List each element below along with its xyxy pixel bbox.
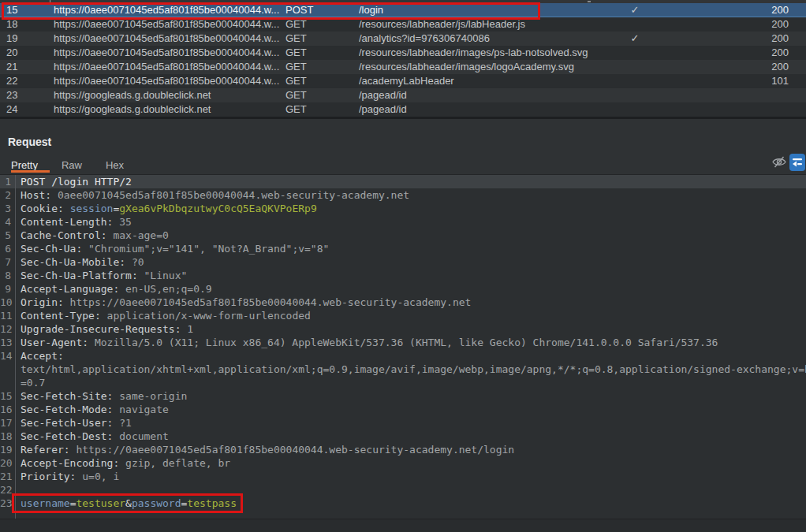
cell-method: GET [285, 88, 355, 102]
cell-method: GET [285, 17, 355, 32]
token [64, 203, 70, 214]
request-line: 8Sec-Ch-Ua-Platform: "Linux" [0, 269, 806, 282]
checkmark-remnant [588, 1, 591, 2]
token: navigate [113, 404, 168, 415]
cell-id: 20 [6, 46, 47, 60]
line-content: username=testuser&password=testpass [21, 497, 237, 509]
tab-hex[interactable]: Hex [106, 158, 124, 173]
request-line: 13User-Agent: Mozilla/5.0 (X11; Linux x8… [0, 336, 806, 349]
line-content: POST /login HTTP/2 [21, 176, 132, 188]
request-line: 10Origin: https://0aee0071045ed5af801f85… [0, 296, 806, 309]
token: https://0aee0071045ed5af801f85be00040044… [64, 296, 472, 308]
request-editor[interactable]: 1POST /login HTTP/22Host: 0aee0071045ed5… [0, 175, 806, 519]
cell-path: /resources/labheader/js/labHeader.js [359, 17, 619, 32]
token: document [113, 430, 168, 442]
line-number: 6 [0, 242, 11, 255]
token: "Linux" [138, 270, 188, 281]
token: same-origin [113, 390, 187, 402]
line-content: Upgrade-Insecure-Requests: 1 [21, 323, 193, 335]
token: 1 [181, 323, 194, 335]
line-content: text/html,application/xhtml+xml,applicat… [21, 363, 806, 375]
token: 35 [113, 216, 131, 228]
token: Sec-Fetch-Mode: [21, 404, 113, 415]
request-line: 14Accept: [0, 349, 806, 363]
cell-params_check: ✓ [623, 3, 647, 17]
token: Upgrade-Insecure-Requests: [21, 323, 181, 335]
history-row[interactable]: 22https://0aee0071045ed5af801f85be000400… [0, 74, 806, 88]
history-row[interactable]: 23https://googleads.g.doubleclick.netGET… [0, 88, 806, 102]
line-content: Cache-Control: max-age=0 [21, 229, 169, 241]
token: "Chromium";v="141", "Not?A_Brand";v="8" [82, 243, 329, 255]
cell-status: 200 [726, 3, 789, 17]
token: Sec-Ch-Ua-Mobile: [21, 256, 125, 268]
line-content: Sec-Fetch-Site: same-origin [21, 390, 187, 402]
request-line: text/html,application/xhtml+xml,applicat… [0, 363, 806, 376]
line-content: Sec-Ch-Ua-Mobile: ?0 [21, 256, 144, 268]
line-content: Content-Type: application/x-www-form-url… [21, 310, 311, 322]
token: =0.7 [21, 377, 45, 389]
history-row[interactable]: 20https://0aee0071045ed5af801f85be000400… [0, 46, 806, 60]
line-number: 3 [0, 202, 11, 215]
history-row[interactable]: 15https://0aee0071045ed5af801f85be000400… [0, 3, 806, 17]
request-line: 16Sec-Fetch-Mode: navigate [0, 403, 806, 416]
cell-method: GET [285, 32, 355, 46]
line-number: 14 [0, 349, 11, 363]
token: testuser [76, 497, 125, 509]
token: Accept: [21, 350, 64, 362]
editor-bottom-strip [0, 519, 806, 532]
history-row[interactable]: 21https://0aee0071045ed5af801f85be000400… [0, 60, 806, 74]
history-row[interactable]: 18https://0aee0071045ed5af801f85be000400… [0, 17, 806, 32]
cell-params_check: ✓ [623, 32, 647, 46]
token: en-US,en;q=0.9 [119, 283, 211, 295]
history-row[interactable]: 24https://googleads.g.doubleclick.netGET… [0, 102, 806, 117]
token: Content-Length: [21, 216, 113, 228]
line-number: 23 [0, 497, 11, 510]
token: ?0 [125, 256, 144, 268]
token: Host: [21, 189, 51, 201]
request-line: 18Sec-Fetch-Dest: document [0, 430, 806, 443]
request-line: 9Accept-Language: en-US,en;q=0.9 [0, 282, 806, 296]
token: password [132, 497, 181, 509]
line-number: 4 [0, 215, 11, 229]
cell-path: /academyLabHeader [359, 74, 619, 88]
line-number: 12 [0, 322, 11, 336]
http-history-table[interactable]: 15https://0aee0071045ed5af801f85be000400… [0, 0, 806, 117]
line-content: Accept-Language: en-US,en;q=0.9 [21, 283, 212, 295]
history-row[interactable]: 19https://0aee0071045ed5af801f85be000400… [0, 32, 806, 46]
request-line: 7Sec-Ch-Ua-Mobile: ?0 [0, 255, 806, 269]
line-content: Sec-Fetch-User: ?1 [21, 417, 132, 429]
line-number: 8 [0, 269, 11, 282]
cell-id: 19 [6, 32, 47, 46]
line-number: 20 [0, 456, 11, 470]
line-content: Referer: https://0aee0071045ed5af801f85b… [21, 444, 514, 456]
request-line: 17Sec-Fetch-User: ?1 [0, 416, 806, 430]
cell-path: /resources/labheader/images/logoAcademy.… [359, 60, 619, 74]
line-number: 2 [0, 188, 11, 202]
line-content: =0.7 [21, 377, 45, 389]
line-number: 11 [0, 309, 11, 322]
cell-id: 24 [6, 102, 47, 117]
token: gXea6vPkDbqzutwyC0cQ5EaQKVPoERp9 [119, 203, 316, 214]
line-number: 10 [0, 296, 11, 309]
line-content: Priority: u=0, i [21, 471, 119, 482]
cell-host: https://googleads.g.doubleclick.net [54, 88, 281, 102]
token: Sec-Ch-Ua-Platform: [21, 270, 138, 281]
request-line: 6Sec-Ch-Ua: "Chromium";v="141", "Not?A_B… [0, 242, 806, 255]
eye-slash-icon[interactable] [772, 155, 786, 169]
request-line: 5Cache-Control: max-age=0 [0, 229, 806, 242]
tab-raw[interactable]: Raw [62, 158, 82, 173]
inspector-toggle-icon[interactable] [789, 154, 805, 171]
request-line: 21Priority: u=0, i [0, 470, 806, 483]
token: Sec-Fetch-Dest: [21, 430, 113, 442]
token: Priority: [21, 471, 76, 482]
token: User-Agent: [21, 337, 88, 348]
line-number: 19 [0, 443, 11, 456]
cell-id: 18 [6, 17, 47, 32]
line-number: 17 [0, 416, 11, 430]
token: https://0aee0071045ed5af801f85be00040044… [70, 444, 515, 456]
line-content: Origin: https://0aee0071045ed5af801f85be… [21, 296, 471, 308]
token: ?1 [113, 417, 131, 429]
request-line: 4Content-Length: 35 [0, 215, 806, 229]
cell-method: GET [285, 102, 355, 117]
line-content: Sec-Fetch-Mode: navigate [21, 404, 169, 415]
